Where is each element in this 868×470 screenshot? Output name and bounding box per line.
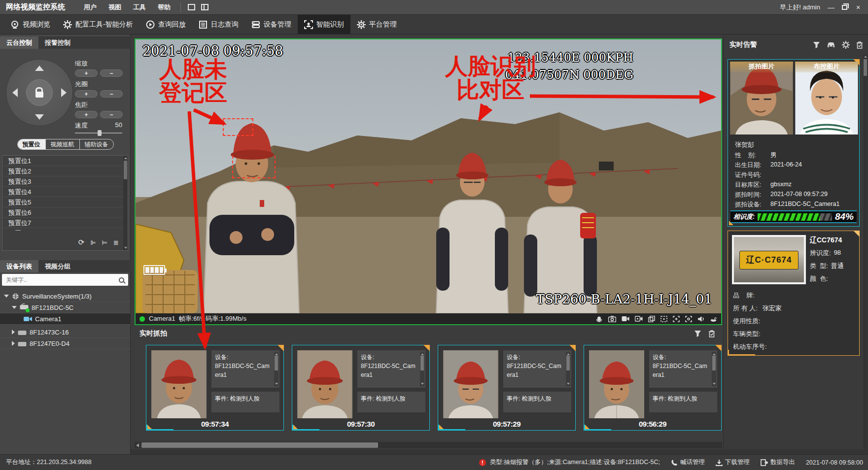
menu-help[interactable]: 帮助	[152, 3, 176, 12]
preset-item[interactable]: 预置位8	[2, 228, 123, 231]
license-plate: 辽C·C7674	[739, 251, 799, 269]
tab-alarm-control[interactable]: 报警控制	[38, 36, 77, 49]
live-video-panel[interactable]: 2021-07-08 09:57:58 123.15440E 000KPH 04…	[135, 38, 722, 325]
search-input[interactable]	[6, 276, 119, 283]
tab-playback[interactable]: 查询回放	[139, 15, 192, 34]
collapse-arrow-icon[interactable]	[12, 330, 15, 335]
face-alarm-card[interactable]: 抓拍图片 布控图片 张贺彭 性 别:男 出生日期:2021-06-24 证件号码…	[728, 59, 860, 227]
preset-scrollbar-thumb[interactable]	[124, 161, 127, 179]
tab-presets[interactable]: 预置位	[18, 139, 45, 149]
talk-icon[interactable]	[595, 315, 603, 322]
settings-gear-icon[interactable]	[842, 41, 850, 49]
snapshot-scrollbar-thumb[interactable]	[141, 442, 378, 448]
iris-minus-button[interactable]: −	[100, 90, 123, 98]
filter-icon[interactable]	[813, 41, 820, 48]
focus-target-icon[interactable]	[685, 316, 692, 322]
info-scrollbar[interactable]	[274, 352, 278, 386]
preset-item[interactable]: 预置位4	[2, 187, 123, 197]
tab-device-manage[interactable]: 设备管理	[245, 15, 298, 34]
tab-device-list[interactable]: 设备列表	[0, 260, 38, 272]
info-scrollbar[interactable]	[712, 352, 716, 386]
snapshot-card[interactable]: 设备: 8F121BDC-5C_Camera1 事件: 检测到人脸 09:56:…	[584, 345, 722, 431]
ptz-pad[interactable]	[6, 59, 73, 126]
tree-node-nvr-online[interactable]: 8F121BDC-5C	[0, 302, 131, 313]
ptz-left-arrow[interactable]	[12, 88, 18, 97]
preset-item[interactable]: 预置位1	[2, 156, 123, 166]
call-icon[interactable]	[710, 316, 717, 322]
info-scrollbar[interactable]	[566, 352, 570, 386]
collapse-arrow-icon[interactable]	[12, 341, 15, 346]
video-stream-icon[interactable]	[635, 316, 643, 322]
menu-view[interactable]: 视图	[103, 3, 127, 12]
tree-node-nvr-3[interactable]: 8F1247E0-D4	[0, 338, 131, 349]
tab-platform-manage[interactable]: 平台管理	[350, 15, 403, 34]
expand-arrow-icon[interactable]	[12, 306, 17, 309]
tab-aux-devices[interactable]: 辅助设备	[79, 139, 113, 149]
multi-capture-icon[interactable]	[648, 316, 655, 322]
snapshot-scrollbar[interactable]	[135, 442, 722, 448]
zoom-in-icon[interactable]	[673, 316, 680, 322]
search-icon[interactable]	[119, 277, 124, 283]
alarm-panel-scrollbar[interactable]	[863, 54, 868, 451]
zoom-minus-button[interactable]: −	[100, 69, 123, 77]
menu-user[interactable]: 用户	[78, 3, 103, 12]
close-button[interactable]: ×	[854, 3, 862, 11]
tab-video-groups[interactable]: 视频分组	[38, 260, 77, 272]
tab-smart-recognition[interactable]: 智能识别	[298, 15, 350, 34]
snapshot-device-info: 设备: 8F121BDC-5C_Camera1	[211, 350, 279, 388]
tab-video-browse[interactable]: 视频浏览	[4, 15, 57, 34]
goto-preset-icon[interactable]: ⊫	[90, 239, 96, 246]
tree-node-camera1[interactable]: Camera1	[0, 313, 131, 325]
snapshot-card[interactable]: 设备: 8F121BDC-5C_Camera1 事件: 检测到人脸 09:57:…	[438, 345, 576, 431]
refresh-presets-icon[interactable]: ⟳	[78, 238, 85, 247]
preset-item[interactable]: 预置位5	[2, 197, 123, 207]
tab-config-analysis[interactable]: 配置工具-智能分析	[57, 15, 139, 34]
split-layout-icon[interactable]	[201, 4, 208, 10]
speed-slider-thumb[interactable]	[98, 130, 102, 136]
speed-slider[interactable]	[75, 130, 122, 136]
record-icon[interactable]	[622, 316, 629, 322]
title-bar: 网络视频监控系统 用户 视图 工具 帮助 早上好! admin — ×	[0, 0, 868, 15]
download-manage-button[interactable]: 下载管理	[716, 458, 750, 467]
zoom-plus-button[interactable]: +	[75, 69, 98, 77]
camera-icon	[24, 316, 32, 322]
snapshot-icon[interactable]	[608, 316, 616, 322]
preset-item[interactable]: 预置位6	[2, 207, 123, 218]
snapshot-card[interactable]: 设备: 8F121BDC-5C_Camera1 事件: 检测到人脸 09:57:…	[292, 345, 430, 431]
clear-alarms-icon[interactable]	[708, 330, 715, 337]
talk-manage-button[interactable]: 喊话管理	[671, 458, 705, 467]
focus-minus-button[interactable]: −	[100, 111, 123, 118]
volume-icon[interactable]	[697, 316, 704, 322]
restore-button[interactable]	[842, 5, 847, 10]
clear-alarms-icon[interactable]	[856, 41, 863, 49]
tree-node-nvr-2[interactable]: 8F12473C-16	[0, 327, 131, 338]
minimize-button[interactable]: —	[827, 3, 835, 11]
single-layout-icon[interactable]	[188, 4, 195, 10]
ptz-up-arrow[interactable]	[35, 66, 44, 71]
vehicle-alarm-icon[interactable]	[827, 41, 835, 48]
tab-log-query[interactable]: 日志查询	[192, 15, 245, 34]
tab-ptz-control[interactable]: 云台控制	[0, 36, 38, 49]
iris-plus-button[interactable]: +	[75, 90, 98, 98]
preset-item[interactable]: 预置位3	[2, 176, 123, 187]
filter-icon[interactable]	[694, 330, 701, 337]
tab-video-cruise[interactable]: 视频巡航	[45, 139, 79, 149]
tree-node-root[interactable]: SurveillanceSystem(1/3)	[0, 291, 131, 302]
preset-item[interactable]: 预置位7	[2, 218, 123, 228]
preset-scrollbar[interactable]	[123, 156, 128, 250]
ptz-lock-button[interactable]	[26, 79, 53, 106]
ptz-right-arrow[interactable]	[61, 88, 67, 97]
expand-arrow-icon[interactable]	[4, 295, 9, 298]
set-preset-icon[interactable]: ⊨	[102, 239, 107, 246]
vehicle-alarm-card[interactable]: 辽C·C7674 辽CC7674 辨识度:98 类 型:普通 颜 色: 品 牌:…	[728, 231, 860, 356]
scroll-left-arrow[interactable]	[136, 443, 139, 447]
sort-presets-icon[interactable]: ≣	[113, 239, 119, 246]
ptz-down-arrow[interactable]	[35, 114, 44, 120]
data-export-button[interactable]: 数据导出	[761, 458, 795, 467]
preset-item[interactable]: 预置位2	[2, 166, 123, 176]
snapshot-card[interactable]: 设备: 8F121BDC-5C_Camera1 事件: 检测到人脸 09:57:…	[146, 345, 284, 431]
area-zoom-icon[interactable]	[660, 316, 667, 322]
focus-plus-button[interactable]: +	[75, 111, 98, 118]
info-scrollbar[interactable]	[420, 352, 424, 386]
menu-tools[interactable]: 工具	[127, 3, 152, 12]
